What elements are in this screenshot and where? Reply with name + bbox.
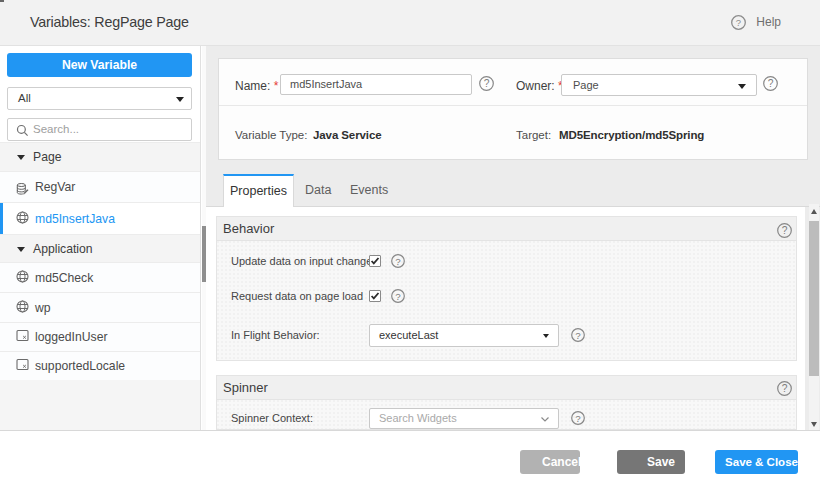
svg-text:?: ? bbox=[395, 256, 401, 267]
svg-text:?: ? bbox=[736, 17, 741, 28]
svg-text:?: ? bbox=[484, 78, 490, 89]
svg-text:?: ? bbox=[575, 413, 581, 424]
svg-text:?: ? bbox=[575, 330, 581, 341]
svg-text:?: ? bbox=[395, 291, 401, 302]
svg-text:?: ? bbox=[782, 225, 788, 236]
svg-text:?: ? bbox=[782, 383, 788, 394]
svg-text:?: ? bbox=[768, 78, 774, 89]
